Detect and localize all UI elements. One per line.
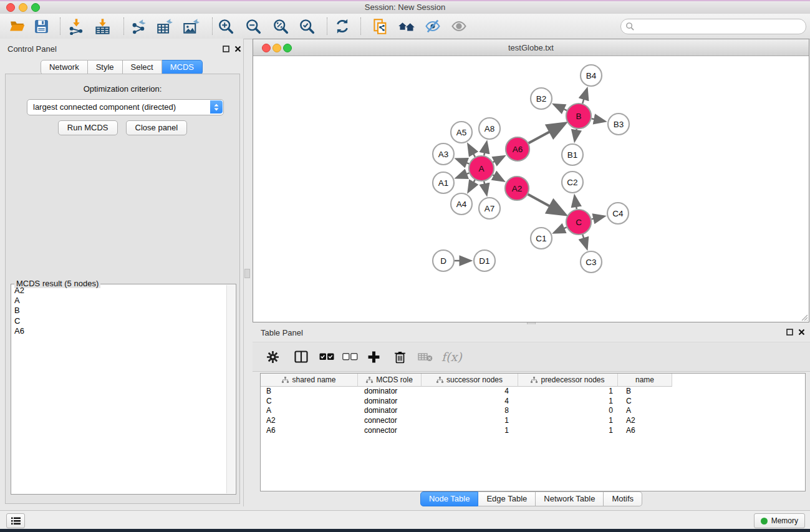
graph-node-B1[interactable]: B1 (562, 144, 583, 165)
tab-edge-table[interactable]: Edge Table (478, 491, 536, 506)
zoom-selected-button[interactable] (298, 17, 316, 35)
tab-network-table[interactable]: Network Table (536, 491, 604, 506)
edge-B-B1[interactable] (575, 129, 577, 141)
resize-grip-icon[interactable] (799, 312, 808, 321)
graph-node-C1[interactable]: C1 (531, 228, 552, 249)
select-all-columns-button[interactable] (319, 353, 334, 360)
maximize-traffic-light[interactable] (31, 3, 40, 12)
delete-column-button[interactable] (394, 351, 406, 364)
column-header-predecessor-nodes[interactable]: predecessor nodes (518, 374, 618, 387)
import-table-button[interactable] (94, 17, 111, 35)
export-network-button[interactable] (130, 17, 147, 35)
close-panel-icon[interactable] (234, 46, 241, 52)
edge-B-B3[interactable] (592, 118, 605, 121)
edge-A6-B[interactable] (529, 123, 565, 143)
edge-A-A5[interactable] (468, 145, 475, 157)
tab-mcds[interactable]: MCDS (162, 60, 203, 75)
edge-A-A7[interactable] (484, 181, 486, 195)
edge-A-A1[interactable] (457, 173, 470, 178)
graph-node-C4[interactable]: C4 (607, 203, 629, 224)
edge-A2-C[interactable] (528, 195, 565, 215)
delete-table-button-disabled[interactable] (418, 352, 433, 362)
graph-node-A7[interactable]: A7 (479, 198, 500, 219)
tab-motifs[interactable]: Motifs (604, 491, 642, 506)
column-header-shared-name[interactable]: shared name (261, 374, 358, 387)
graph-node-C[interactable]: C (566, 210, 591, 235)
tab-style[interactable]: Style (88, 60, 123, 75)
import-network-button[interactable] (67, 17, 85, 35)
graph-node-B4[interactable]: B4 (581, 65, 602, 86)
run-mcds-button[interactable]: Run MCDS (58, 120, 118, 135)
edge-C-C2[interactable] (575, 196, 577, 210)
show-hidden-button[interactable] (450, 17, 468, 35)
hide-selected-button[interactable] (424, 17, 441, 35)
open-file-button[interactable] (9, 17, 26, 35)
table-row[interactable]: A2connector11A2 (261, 416, 805, 426)
search-input[interactable] (637, 21, 802, 32)
edge-A-A4[interactable] (468, 180, 475, 191)
graph-node-C2[interactable]: C2 (562, 172, 583, 193)
memory-button[interactable]: Memory (754, 513, 805, 528)
graph-node-D1[interactable]: D1 (474, 250, 495, 271)
maximize-traffic-light[interactable] (283, 44, 292, 52)
graph-node-A4[interactable]: A4 (451, 193, 472, 215)
zoom-fit-button[interactable] (272, 17, 289, 35)
network-window-titlebar[interactable]: testGlobe.txt (253, 39, 809, 56)
edge-A-A2[interactable] (493, 175, 503, 181)
function-builder-button[interactable]: f(x) (441, 350, 462, 364)
result-list-item[interactable]: C (12, 316, 226, 326)
float-panel-icon[interactable] (786, 329, 793, 336)
graph-node-A1[interactable]: A1 (433, 172, 454, 193)
graph-node-A6[interactable]: A6 (506, 137, 529, 161)
save-session-button[interactable] (32, 17, 50, 35)
graph-node-B3[interactable]: B3 (608, 114, 629, 135)
table-row[interactable]: Cdominator41C (261, 397, 805, 407)
graph-node-A3[interactable]: A3 (433, 143, 454, 165)
edge-A-A3[interactable] (457, 159, 470, 164)
edge-C-C3[interactable] (582, 235, 587, 248)
close-traffic-light[interactable] (262, 44, 271, 52)
edge-B-B4[interactable] (582, 89, 587, 104)
refresh-button[interactable] (334, 17, 351, 35)
edge-A-A8[interactable] (484, 143, 486, 156)
graph-node-A[interactable]: A (469, 156, 494, 181)
graph-node-C3[interactable]: C3 (581, 251, 602, 273)
tab-select[interactable]: Select (123, 60, 162, 75)
table-settings-button[interactable] (266, 351, 279, 364)
vertical-splitter-handle[interactable] (244, 269, 250, 278)
column-header-name[interactable]: name (618, 374, 672, 387)
duplicate-network-button[interactable] (372, 17, 389, 35)
float-panel-icon[interactable] (223, 46, 229, 52)
network-graph-canvas[interactable]: B4B2BB3A5A8A6A3B1AA1C2A2A4A7C4CC1DD1C3 (253, 56, 808, 321)
minimize-traffic-light[interactable] (272, 44, 281, 52)
table-row[interactable]: A6connector11A6 (261, 426, 805, 436)
column-header-successor-nodes[interactable]: successor nodes (422, 374, 518, 387)
edge-C-C4[interactable] (592, 216, 604, 219)
tab-node-table[interactable]: Node Table (420, 491, 479, 506)
graph-node-B[interactable]: B (566, 104, 591, 128)
tab-network[interactable]: Network (41, 60, 88, 75)
result-list-item[interactable]: A2 (12, 286, 226, 296)
result-list-item[interactable]: A (12, 296, 226, 306)
deselect-all-columns-button[interactable] (342, 353, 358, 360)
result-scrollbar[interactable] (226, 285, 235, 493)
result-list-item[interactable]: A6 (12, 326, 226, 336)
export-image-button[interactable] (182, 17, 200, 35)
export-table-button[interactable] (156, 17, 173, 35)
close-panel-icon[interactable] (798, 329, 805, 336)
edge-A-A6[interactable] (493, 157, 504, 162)
criterion-dropdown[interactable]: largest connected component (directed) (27, 99, 224, 115)
result-list-item[interactable]: B (12, 306, 226, 316)
close-panel-button[interactable]: Close panel (126, 120, 188, 135)
graph-node-B2[interactable]: B2 (531, 88, 552, 109)
minimize-traffic-light[interactable] (19, 3, 27, 12)
show-columns-button[interactable] (294, 351, 308, 363)
zoom-in-button[interactable] (217, 17, 234, 35)
close-traffic-light[interactable] (6, 3, 15, 12)
graph-node-A2[interactable]: A2 (505, 177, 529, 200)
table-row[interactable]: Adominator80A (261, 406, 805, 416)
home-views-button[interactable] (398, 17, 415, 35)
graph-node-A5[interactable]: A5 (451, 122, 472, 143)
graph-node-A8[interactable]: A8 (479, 118, 500, 139)
task-history-button[interactable] (6, 513, 25, 528)
